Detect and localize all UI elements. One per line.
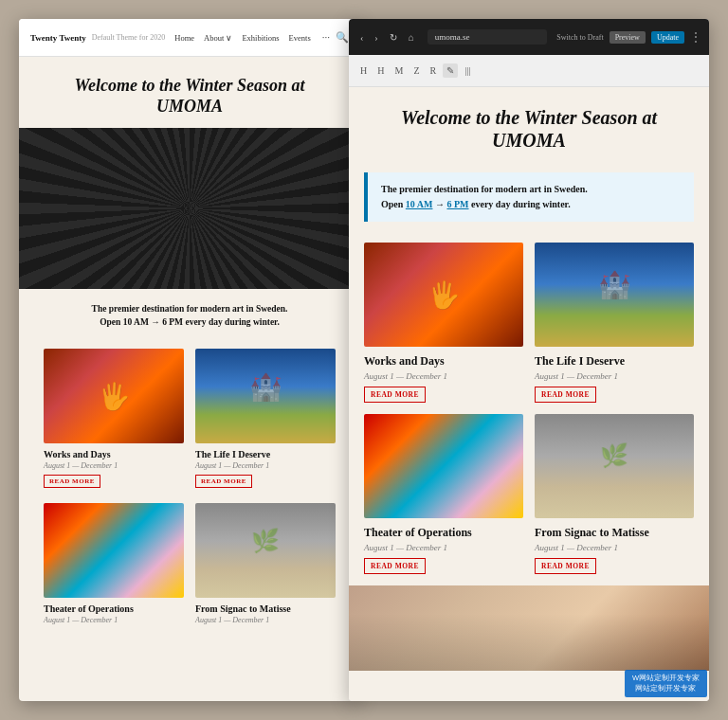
right-highlight-box: The premier destination for modern art i… — [364, 172, 694, 222]
spiral-decoration — [19, 128, 360, 289]
right-card-1-date: August 1 — December 1 — [364, 371, 523, 381]
brand-name: Twenty Twenty — [30, 33, 86, 43]
right-card-1-title: Works and Days — [364, 354, 523, 369]
right-card-2-title: The Life I Deserve — [535, 354, 694, 369]
left-hero: Welcome to the Winter Season at UMOMA — [19, 57, 360, 128]
left-tagline: The premier destination for modern art i… — [19, 289, 360, 343]
right-card-3-btn[interactable]: READ MORE — [364, 558, 426, 574]
toolbar-right-section: Switch to Draft Preview Update ⋮ — [556, 30, 701, 45]
left-cards-grid: Works and Days August 1 — December 1 REA… — [19, 343, 360, 494]
back-btn[interactable]: ‹ — [356, 30, 367, 45]
right-card-1-image — [364, 243, 523, 347]
right-bottom-strip — [349, 585, 709, 671]
left-card-2: The Life I Deserve August 1 — December 1… — [190, 343, 341, 494]
left-hero-image — [19, 128, 360, 289]
left-card-1-date: August 1 — December 1 — [44, 461, 184, 470]
right-editor-bar: H H M Z R ✎ ||| — [349, 55, 709, 87]
highlight-time-1: 10 AM — [406, 199, 433, 209]
left-card-1-btn[interactable]: READ MORE — [44, 475, 100, 488]
url-bar[interactable]: umoma.se — [428, 29, 548, 45]
left-card-4-title: From Signac to Matisse — [195, 603, 336, 614]
left-bottom-cards: Theater of Operations August 1 — Decembe… — [19, 497, 360, 630]
right-card-3-date: August 1 — December 1 — [364, 543, 523, 552]
right-card-3-title: Theater of Operations — [364, 526, 523, 540]
editor-tool-h2[interactable]: H — [373, 63, 388, 78]
left-card-2-title: The Life I Deserve — [195, 449, 336, 459]
forward-btn[interactable]: › — [371, 30, 381, 45]
nav-exhibitions[interactable]: Exhibitions — [242, 33, 279, 43]
right-card-3-image — [364, 414, 523, 518]
right-card-1: Works and Days August 1 — December 1 REA… — [364, 243, 523, 403]
left-card-2-image — [195, 349, 336, 443]
right-card-2-btn[interactable]: READ MORE — [535, 387, 596, 403]
left-card-3-title: Theater of Operations — [44, 603, 184, 614]
toolbar-more-icon[interactable]: ⋮ — [690, 30, 701, 45]
left-card-2-btn[interactable]: READ MORE — [195, 475, 252, 488]
left-card-3: Theater of Operations August 1 — Decembe… — [38, 497, 190, 630]
left-card-1-title: Works and Days — [44, 449, 184, 459]
editor-tool-grid[interactable]: ||| — [461, 63, 474, 78]
nav-about[interactable]: About ∨ — [204, 33, 232, 43]
right-card-2-date: August 1 — December 1 — [535, 371, 694, 381]
brand-sub: Default Theme for 2020 — [92, 33, 165, 42]
right-card-4-date: August 1 — December 1 — [535, 543, 694, 552]
highlight-arrow: → — [432, 199, 446, 209]
refresh-btn[interactable]: ↻ — [386, 30, 401, 45]
highlight-time-2: 6 PM — [446, 199, 468, 209]
left-card-4: From Signac to Matisse August 1 — Decemb… — [190, 497, 341, 630]
tagline-text: The premier destination for modern art i… — [38, 302, 341, 330]
left-card-1-image — [44, 349, 184, 443]
watermark: W网站定制开发专家 网站定制开发专家 — [625, 670, 707, 697]
editor-tool-z[interactable]: Z — [410, 63, 423, 78]
right-hero-title: Welcome to the Winter Season at UMOMA — [368, 106, 690, 152]
editor-tool-r[interactable]: R — [426, 63, 440, 78]
editor-tool-h1[interactable]: H — [356, 63, 371, 78]
right-card-3: Theater of Operations August 1 — Decembe… — [364, 414, 523, 574]
left-nav: Twenty Twenty Default Theme for 2020 Hom… — [19, 19, 360, 57]
right-hero: Welcome to the Winter Season at UMOMA — [349, 87, 709, 163]
preview-btn[interactable]: Preview — [610, 31, 646, 44]
editor-tool-edit[interactable]: ✎ — [443, 63, 458, 78]
search-icon[interactable]: 🔍 — [336, 31, 349, 44]
nav-events[interactable]: Events — [289, 33, 311, 43]
update-btn[interactable]: Update — [651, 31, 684, 44]
right-card-4-title: From Signac to Matisse — [535, 526, 694, 540]
left-hero-title: Welcome to the Winter Season at UMOMA — [47, 76, 332, 117]
dots-icon[interactable]: ··· — [322, 31, 330, 44]
right-cards-grid: Works and Days August 1 — December 1 REA… — [349, 231, 709, 585]
right-card-1-btn[interactable]: READ MORE — [364, 387, 426, 403]
nav-home[interactable]: Home — [174, 33, 194, 43]
right-card-4-image — [535, 414, 694, 518]
right-card-4-btn[interactable]: READ MORE — [535, 558, 596, 574]
right-toolbar: ‹ › ↻ ⌂ umoma.se Switch to Draft Preview… — [349, 19, 709, 55]
right-card-2-image — [535, 243, 694, 347]
switch-draft-label[interactable]: Switch to Draft — [556, 33, 603, 42]
left-card-4-date: August 1 — December 1 — [195, 616, 336, 624]
right-content: Welcome to the Winter Season at UMOMA Th… — [349, 87, 709, 701]
right-card-2: The Life I Deserve August 1 — December 1… — [535, 243, 694, 403]
highlight-text-2: every day during winter. — [469, 199, 571, 209]
left-card-4-image — [195, 503, 336, 598]
home-btn[interactable]: ⌂ — [405, 30, 418, 45]
nav-links[interactable]: Home About ∨ Exhibitions Events — [174, 33, 311, 43]
left-card-3-date: August 1 — December 1 — [44, 616, 184, 624]
left-card-1: Works and Days August 1 — December 1 REA… — [38, 343, 190, 494]
editor-tool-m[interactable]: M — [391, 63, 407, 78]
right-panel: ‹ › ↻ ⌂ umoma.se Switch to Draft Preview… — [349, 19, 709, 701]
left-panel: Twenty Twenty Default Theme for 2020 Hom… — [19, 19, 360, 701]
nav-icons: ··· 🔍 — [322, 31, 349, 44]
watermark-line2: 网站定制开发专家 — [632, 684, 700, 694]
left-card-3-image — [44, 503, 184, 598]
right-card-4: From Signac to Matisse August 1 — Decemb… — [535, 414, 694, 574]
watermark-line1: W网站定制开发专家 — [632, 674, 700, 684]
left-card-2-date: August 1 — December 1 — [195, 461, 336, 470]
